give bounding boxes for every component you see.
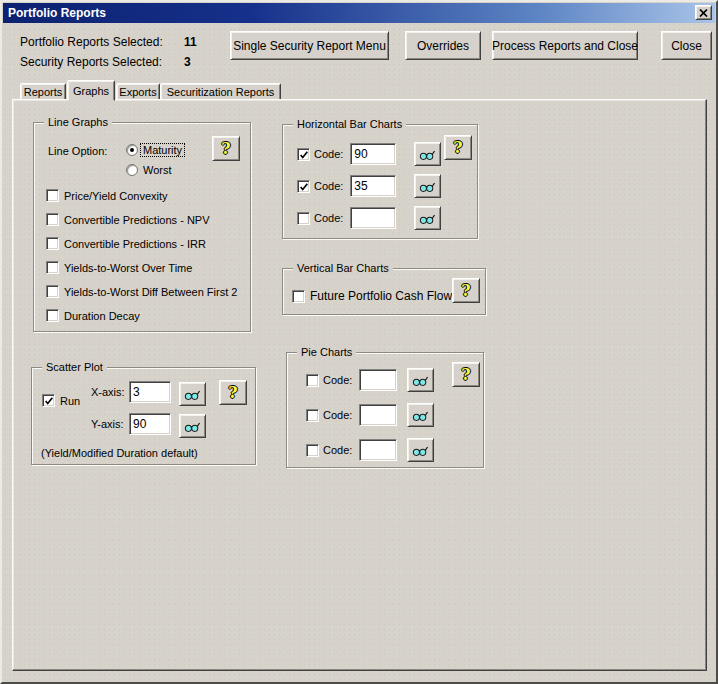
glasses-icon: [184, 420, 201, 433]
question-mark-icon: ?: [461, 367, 470, 383]
overrides-button[interactable]: Overrides: [405, 31, 481, 60]
question-mark-icon: ?: [228, 385, 237, 401]
checkbox-yields-to-worst-diff[interactable]: Yields-to-Worst Diff Between First 2: [46, 285, 237, 298]
code-input[interactable]: [350, 175, 396, 197]
checkbox-icon[interactable]: [46, 189, 59, 202]
pie-charts-help-button[interactable]: ?: [452, 362, 480, 387]
glasses-icon: [412, 444, 429, 457]
checkbox-duration-decay[interactable]: Duration Decay: [46, 309, 140, 322]
close-button[interactable]: Close: [661, 31, 712, 60]
code-input[interactable]: [350, 143, 396, 165]
checkbox-label: Price/Yield Convexity: [64, 190, 168, 202]
tab-reports[interactable]: Reports: [20, 83, 66, 100]
browse-button[interactable]: [414, 142, 441, 166]
browse-button[interactable]: [179, 382, 206, 406]
x-axis-input[interactable]: [129, 381, 171, 403]
pie-code-row-2: Code:: [306, 403, 434, 427]
browse-button[interactable]: [407, 368, 434, 392]
process-reports-and-close-button[interactable]: Process Reports and Close: [492, 31, 638, 60]
browse-button[interactable]: [407, 403, 434, 427]
graphs-tab-page: Line Graphs Line Option: Maturity Worst …: [12, 99, 707, 671]
y-axis-input[interactable]: [129, 413, 171, 435]
pie-charts-group: Pie Charts ? Code: Co: [286, 352, 484, 468]
tab-securitization-reports[interactable]: Securitization Reports: [160, 83, 281, 100]
code-label: Code:: [314, 212, 343, 224]
security-reports-selected-label: Security Reports Selected:: [20, 55, 162, 69]
close-x-glyph: [699, 9, 708, 17]
checkbox-icon[interactable]: [292, 290, 305, 303]
code-label: Code:: [323, 374, 352, 386]
glasses-icon: [412, 409, 429, 422]
browse-button[interactable]: [407, 438, 434, 462]
checkbox-icon[interactable]: [46, 237, 59, 250]
checkbox-label: Convertible Predictions - IRR: [64, 238, 206, 250]
glasses-icon: [419, 180, 436, 193]
maturity-radio-icon[interactable]: [126, 144, 138, 156]
line-graphs-group-title: Line Graphs: [44, 115, 112, 129]
code-label: Code:: [314, 180, 343, 192]
browse-button[interactable]: [414, 206, 441, 230]
checkbox-icon[interactable]: [46, 285, 59, 298]
code-input[interactable]: [350, 207, 396, 229]
close-icon[interactable]: [695, 5, 712, 20]
tab-exports[interactable]: Exports: [116, 83, 160, 100]
code-input[interactable]: [359, 439, 397, 461]
horizontal-bar-charts-help-button[interactable]: ?: [444, 135, 472, 160]
code-input[interactable]: [359, 404, 397, 426]
checkbox-icon[interactable]: [46, 213, 59, 226]
checkbox-icon[interactable]: [46, 309, 59, 322]
maturity-radio-label: Maturity: [140, 143, 185, 157]
checkbox-icon[interactable]: [297, 180, 310, 193]
checkbox-icon[interactable]: [42, 394, 55, 407]
glasses-icon: [412, 374, 429, 387]
checkbox-convertible-predictions-npv[interactable]: Convertible Predictions - NPV: [46, 213, 210, 226]
vertical-bar-charts-help-button[interactable]: ?: [452, 278, 480, 303]
glasses-icon: [419, 148, 436, 161]
title-bar[interactable]: Portfolio Reports: [3, 3, 715, 23]
line-graphs-help-button[interactable]: ?: [212, 136, 240, 161]
checkbox-icon[interactable]: [297, 148, 310, 161]
checkbox-icon[interactable]: [297, 212, 310, 225]
horizontal-code-row-1: Code:: [297, 142, 441, 166]
worst-radio-icon[interactable]: [126, 164, 138, 176]
checkbox-label: Convertible Predictions - NPV: [64, 214, 210, 226]
scatter-plot-help-button[interactable]: ?: [219, 380, 247, 405]
glasses-icon: [419, 212, 436, 225]
vertical-bar-charts-group-title: Vertical Bar Charts: [293, 261, 393, 275]
portfolio-reports-selected-value: 11: [184, 35, 197, 49]
code-label: Code:: [323, 409, 352, 421]
browse-button[interactable]: [414, 174, 441, 198]
checkbox-label: Yields-to-Worst Diff Between First 2: [64, 286, 237, 298]
single-security-report-menu-button[interactable]: Single Security Report Menu: [230, 31, 389, 60]
checkbox-price-yield-convexity[interactable]: Price/Yield Convexity: [46, 189, 168, 202]
tab-graphs[interactable]: Graphs: [67, 80, 115, 101]
checkbox-icon[interactable]: [306, 409, 319, 422]
checkbox-future-portfolio-cash-flows[interactable]: Future Portfolio Cash Flows: [292, 289, 458, 303]
radio-maturity[interactable]: Maturity: [126, 143, 185, 157]
radio-worst[interactable]: Worst: [126, 164, 172, 176]
checkbox-icon[interactable]: [46, 261, 59, 274]
checkbox-icon[interactable]: [306, 444, 319, 457]
security-reports-selected-value: 3: [184, 55, 191, 69]
worst-radio-label: Worst: [143, 164, 172, 176]
portfolio-reports-window: Portfolio Reports Portfolio Reports Sele…: [0, 0, 718, 684]
portfolio-reports-selected-label: Portfolio Reports Selected:: [20, 35, 163, 49]
checkbox-convertible-predictions-irr[interactable]: Convertible Predictions - IRR: [46, 237, 206, 250]
pie-code-row-1: Code:: [306, 368, 434, 392]
code-label: Code:: [314, 148, 343, 160]
checkbox-icon[interactable]: [306, 374, 319, 387]
checkbox-run[interactable]: Run: [42, 394, 80, 407]
code-input[interactable]: [359, 369, 397, 391]
x-axis-label: X-axis:: [91, 386, 125, 398]
checkbox-label: Yields-to-Worst Over Time: [64, 262, 192, 274]
horizontal-bar-charts-group-title: Horizontal Bar Charts: [293, 117, 406, 131]
code-label: Code:: [323, 444, 352, 456]
checkbox-label: Duration Decay: [64, 310, 140, 322]
scatter-plot-group-title: Scatter Plot: [42, 360, 107, 374]
window-title: Portfolio Reports: [8, 6, 106, 20]
browse-button[interactable]: [179, 414, 206, 438]
pie-charts-group-title: Pie Charts: [297, 345, 356, 359]
scatter-default-note: (Yield/Modified Duration default): [41, 447, 198, 459]
horizontal-bar-charts-group: Horizontal Bar Charts ? Code:: [282, 124, 478, 239]
checkbox-yields-to-worst-over-time[interactable]: Yields-to-Worst Over Time: [46, 261, 192, 274]
